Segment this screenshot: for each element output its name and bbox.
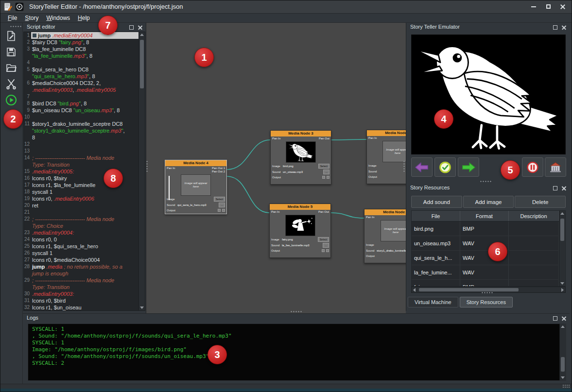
code-line[interactable]: Type: Transition — [24, 161, 139, 168]
code-line[interactable]: 18syscall 1 — [24, 188, 139, 195]
pan-in-port[interactable]: Pan In — [167, 167, 175, 173]
pan-in-port[interactable]: Pan In — [271, 210, 279, 214]
code-line[interactable]: 12 — [24, 141, 139, 148]
maximize-button[interactable] — [541, 1, 555, 12]
scroll-right-icon[interactable] — [561, 288, 564, 292]
pan-in-port[interactable]: Pan In — [368, 136, 377, 140]
toolbar-grip[interactable] — [10, 25, 22, 28]
menu-file[interactable]: File — [4, 14, 21, 22]
node-mini-button[interactable] — [327, 176, 329, 179]
code-line[interactable]: 26syscall 1 — [24, 250, 139, 256]
float-panel-icon[interactable] — [129, 25, 134, 30]
scroll-left-icon[interactable] — [413, 288, 416, 292]
float-panel-icon[interactable] — [553, 25, 558, 30]
code-line[interactable]: 4 — [24, 59, 139, 66]
close-button[interactable] — [555, 1, 570, 12]
code-line[interactable]: 11$story1_drako_luminelle_sceptre DC8 — [24, 120, 139, 127]
code-line[interactable]: 31lcons r0, $bird — [24, 297, 139, 304]
column-header[interactable]: Description — [509, 211, 559, 221]
code-line[interactable]: "story1_drako_luminelle_sceptre.mp3", — [24, 127, 139, 134]
code-line[interactable]: 27lcons r0, $mediaChoice0004 — [24, 256, 139, 263]
node-select-button[interactable]: ... — [219, 203, 225, 207]
float-panel-icon[interactable] — [553, 316, 558, 321]
node-mini-button[interactable] — [222, 209, 225, 212]
menu-windows[interactable]: Windows — [42, 14, 74, 22]
scroll-down-icon[interactable] — [140, 307, 144, 309]
node-mini-button[interactable] — [326, 249, 329, 252]
logs-scrollbar-handle[interactable] — [561, 357, 565, 372]
add-image-button[interactable]: Add image — [463, 196, 514, 208]
code-line[interactable]: 14; ---------------------------- Media n… — [24, 154, 139, 161]
open-button[interactable] — [4, 61, 18, 75]
code-line[interactable]: 9$un_oiseau DC8 "un_oiseau.mp3", 8 — [24, 107, 139, 114]
code-line[interactable]: 6$mediaChoice0004 DC32, 2, — [24, 80, 139, 86]
splitter-handle[interactable] — [146, 160, 148, 173]
add-sound-button[interactable]: Add sound — [411, 196, 462, 208]
node-select-button[interactable]: Select — [318, 164, 329, 169]
code-line[interactable]: 23.mediaEntry0004: — [24, 229, 139, 236]
scroll-down-icon[interactable] — [560, 282, 564, 285]
code-line[interactable]: 3$la_fee_luminelle DC8 — [24, 46, 139, 52]
pan-in-port[interactable]: Pan In — [272, 137, 280, 140]
editor-scrollbar[interactable] — [139, 32, 145, 310]
resource-row[interactable]: bird.pngBMP — [412, 222, 559, 236]
code-line[interactable]: 21 — [24, 209, 139, 216]
code-line[interactable]: Type: Transition — [24, 284, 139, 290]
float-panel-icon[interactable] — [553, 186, 558, 191]
code-line[interactable]: 7 — [24, 93, 139, 100]
code-line[interactable]: 1jump .mediaEntry0004 — [24, 32, 139, 39]
media-node[interactable]: Media Node 4Pan InPan Out 1Pan Out 2Imag… — [165, 160, 227, 214]
code-line[interactable]: 22; ---------------------------- Media n… — [24, 216, 139, 222]
media-node[interactable]: Media Node 3Pan InPan OutImagebird.pngSe… — [270, 130, 331, 185]
splitter-handle[interactable] — [290, 310, 303, 313]
splitter-handle[interactable] — [480, 180, 492, 183]
media-node[interactable]: Media Node 6Pan InPan OutImage will appe… — [366, 130, 406, 184]
back-button[interactable] — [411, 157, 433, 177]
code-line[interactable]: 5$qui_sera_le_hero DC8 — [24, 66, 139, 73]
save-button[interactable] — [4, 45, 18, 59]
code-line[interactable]: 2$fairy DC8 "fairy.png", 8 — [24, 39, 139, 46]
code-line[interactable]: 8 — [24, 134, 139, 141]
node-mini-button[interactable] — [322, 176, 325, 179]
node-select-button[interactable]: Select — [318, 237, 329, 242]
pan-out-port[interactable]: Pan Out — [319, 137, 329, 140]
close-panel-icon[interactable] — [561, 25, 567, 30]
code-line[interactable]: "la_fee_luminelle.mp3", 8 — [24, 52, 139, 59]
node-mini-button[interactable] — [218, 209, 221, 212]
menu-story[interactable]: Story — [21, 14, 42, 22]
node-slider[interactable] — [169, 176, 170, 200]
pan-in-port[interactable]: Pan In — [366, 216, 374, 219]
code-line[interactable]: 30.mediaEntry0003: — [24, 290, 139, 297]
log-console[interactable]: SYSCALL: 1, Sound: "/home/anthony/ostpro… — [28, 324, 566, 381]
node-canvas[interactable]: Media Node 4Pan InPan Out 1Pan Out 2Imag… — [146, 23, 406, 313]
home-button[interactable] — [545, 157, 566, 177]
column-header[interactable]: File — [412, 211, 460, 221]
forward-button[interactable] — [458, 157, 479, 177]
node-select-button[interactable]: ... — [323, 243, 329, 248]
hscrollbar-handle[interactable] — [419, 288, 519, 291]
column-header[interactable]: Format — [460, 211, 509, 221]
code-line[interactable]: .mediaEntry0003, .mediaEntry0005 — [24, 86, 139, 93]
minimize-button[interactable] — [526, 1, 541, 12]
pause-button[interactable] — [522, 157, 543, 177]
tab-story-resources[interactable]: Story Resources — [460, 297, 513, 307]
code-line[interactable]: 8$bird DC8 "bird.png", 8 — [24, 100, 139, 107]
code-line[interactable]: 25lcons r1, $qui_sera_le_hero — [24, 243, 139, 250]
resize-grip[interactable] — [562, 384, 570, 388]
code-line[interactable]: 10 — [24, 114, 139, 120]
splitter-handle[interactable] — [403, 160, 405, 173]
node-mini-button[interactable] — [322, 249, 325, 252]
tab-virtual-machine[interactable]: Virtual Machine — [408, 297, 458, 307]
code-line[interactable]: 29; ---------------------------- Media n… — [24, 277, 139, 284]
close-panel-icon[interactable] — [561, 186, 567, 191]
editor-scrollbar-handle[interactable] — [140, 40, 144, 88]
logs-scrollbar[interactable] — [559, 324, 566, 380]
node-select-button[interactable]: ... — [323, 170, 329, 174]
resource-row[interactable]: un_oiseau.mp3WAV — [412, 236, 559, 251]
pan-out-port[interactable]: Pan Out 1Pan Out 2 — [212, 167, 225, 173]
resource-row[interactable]: fairy.pngBMP — [412, 280, 559, 287]
confirm-button[interactable] — [434, 157, 456, 177]
resource-row[interactable]: qui_sera_le_h...WAV — [412, 251, 559, 265]
code-line[interactable]: 20ret — [24, 202, 139, 209]
code-line[interactable]: 28jump .media ; no return possible, so a — [24, 263, 139, 270]
